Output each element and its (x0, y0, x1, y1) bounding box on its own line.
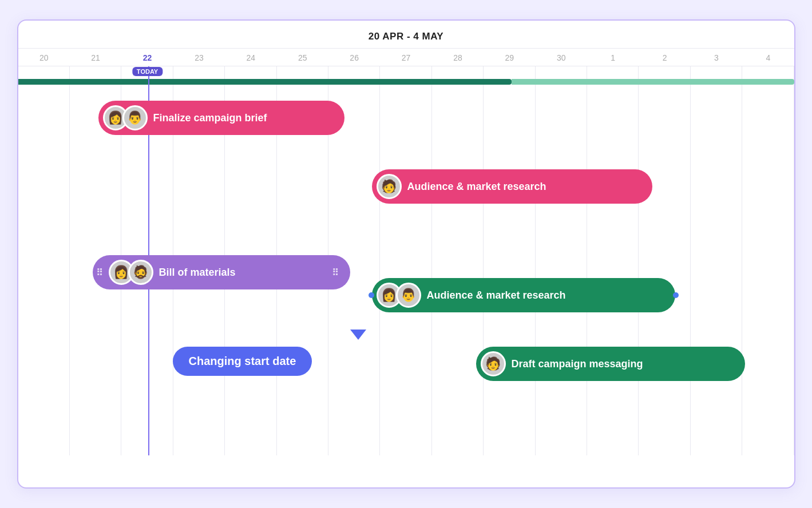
drag-handle-right[interactable]: ⠿ (332, 267, 339, 278)
date-row: 20 21 22 TODAY 23 24 25 26 27 28 29 30 1… (18, 49, 794, 66)
date-26: 26 (328, 49, 380, 66)
tooltip-changing-start-date: Changing start date (173, 347, 312, 376)
date-28: 28 (432, 49, 484, 66)
date-23: 23 (173, 49, 225, 66)
avatar-man3: 🧔 (128, 260, 153, 285)
date-3: 3 (691, 49, 742, 66)
today-badge: TODAY (132, 67, 163, 76)
progress-bar-light (512, 79, 794, 85)
gantt-body: 👩 👨 Finalize campaign brief 🧑 Audience &… (18, 66, 794, 455)
date-2: 2 (639, 49, 690, 66)
date-20: 20 (18, 49, 70, 66)
task-audience-research-2[interactable]: 👩 👨 Audience & market research (372, 278, 675, 312)
avatar-man1: 👨 (122, 105, 148, 130)
date-22: 22 TODAY (121, 49, 173, 66)
drag-handle-left[interactable]: ⠿ (96, 267, 103, 278)
tooltip-label: Changing start date (189, 355, 296, 367)
date-27: 27 (380, 49, 431, 66)
resize-handle-left[interactable] (369, 292, 374, 298)
task-label: Audience & market research (407, 181, 546, 193)
task-label: Finalize campaign brief (153, 112, 267, 124)
task-avatars: 🧑 (377, 174, 402, 199)
progress-bar-dark (18, 79, 512, 85)
task-bill-of-materials[interactable]: ⠿ 👩 🧔 Bill of materials ⠿ (93, 255, 350, 289)
date-21: 21 (70, 49, 121, 66)
date-25: 25 (277, 49, 328, 66)
task-avatars: 👩 👨 (103, 105, 148, 130)
date-30: 30 (536, 49, 587, 66)
task-finalize-campaign-brief[interactable]: 👩 👨 Finalize campaign brief (98, 101, 344, 135)
task-label: Draft campaign messaging (512, 358, 643, 370)
date-1: 1 (587, 49, 639, 66)
resize-handle-right[interactable] (673, 292, 679, 298)
date-range-label: 20 APR - 4 MAY (369, 31, 443, 42)
date-4: 4 (742, 49, 794, 66)
task-label: Bill of materials (159, 267, 236, 279)
avatar-man2: 🧑 (377, 174, 402, 199)
date-29: 29 (484, 49, 535, 66)
avatar-man5: 🧑 (481, 351, 506, 376)
tooltip-arrow (350, 330, 366, 340)
task-audience-research-1[interactable]: 🧑 Audience & market research (372, 169, 652, 204)
date-24: 24 (225, 49, 276, 66)
task-avatars: 👩 👨 (377, 283, 421, 308)
date-range-header: 20 APR - 4 MAY (18, 21, 794, 49)
progress-row (18, 77, 794, 87)
task-draft-campaign-messaging[interactable]: 🧑 Draft campaign messaging (476, 347, 745, 381)
gantt-chart: 20 APR - 4 MAY 20 21 22 TODAY 23 24 25 2… (17, 19, 795, 489)
task-avatars: 👩 🧔 (109, 260, 153, 285)
avatar-man4: 👨 (396, 283, 421, 308)
task-label: Audience & market research (427, 289, 566, 301)
task-avatars: 🧑 (481, 351, 506, 376)
